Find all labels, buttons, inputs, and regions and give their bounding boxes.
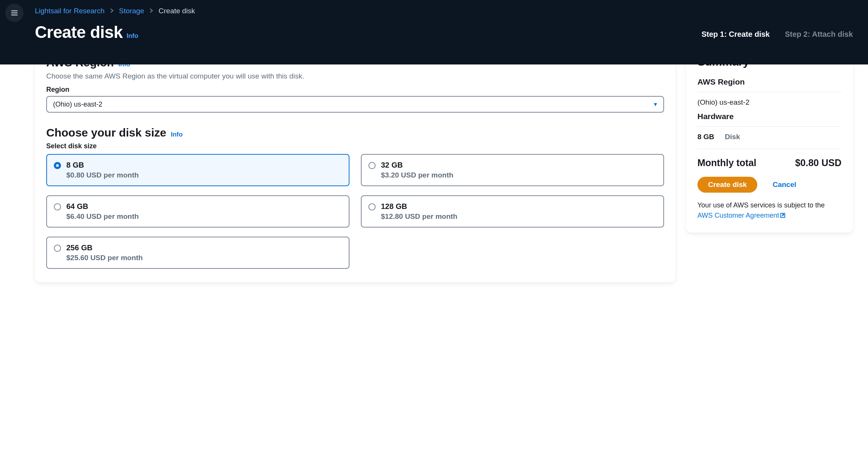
aws-agreement-link[interactable]: AWS Customer Agreement xyxy=(697,212,786,219)
breadcrumb-link-lightsail[interactable]: Lightsail for Research xyxy=(35,7,105,15)
summary-hardware-label: Hardware xyxy=(697,112,841,127)
page-header: Lightsail for Research Storage Create di… xyxy=(0,0,868,64)
disk-option-price: $25.60 USD per month xyxy=(66,254,143,262)
region-description: Choose the same AWS Region as the virtua… xyxy=(46,72,664,80)
external-link-icon xyxy=(780,211,786,221)
info-link[interactable]: Info xyxy=(171,131,183,138)
page-title: Create disk xyxy=(35,23,123,42)
region-selected-value: (Ohio) us-east-2 xyxy=(53,100,102,108)
legal-text: Your use of AWS services is subject to t… xyxy=(697,200,841,221)
breadcrumb: Lightsail for Research Storage Create di… xyxy=(35,5,853,23)
summary-region-label: AWS Region xyxy=(697,77,841,92)
summary-card: Summary AWS Region (Ohio) us-east-2 Hard… xyxy=(686,46,853,233)
disk-option-price: $0.80 USD per month xyxy=(66,171,139,179)
disk-size-heading: Choose your disk size xyxy=(46,126,166,139)
disk-option-price: $3.20 USD per month xyxy=(381,171,453,179)
menu-button[interactable] xyxy=(5,4,24,22)
disk-option[interactable]: 64 GB$6.40 USD per month xyxy=(46,195,349,228)
radio-icon xyxy=(54,162,61,169)
disk-option[interactable]: 128 GB$12.80 USD per month xyxy=(361,195,664,228)
caret-down-icon: ▼ xyxy=(653,101,658,107)
radio-icon xyxy=(368,203,376,210)
disk-option-size: 8 GB xyxy=(66,161,139,170)
breadcrumb-current: Create disk xyxy=(158,7,195,15)
disk-option-size: 256 GB xyxy=(66,243,143,252)
chevron-right-icon xyxy=(149,7,153,15)
region-field-label: Region xyxy=(46,86,664,94)
radio-icon xyxy=(54,245,61,252)
breadcrumb-link-storage[interactable]: Storage xyxy=(119,7,144,15)
disk-size-field-label: Select disk size xyxy=(46,142,664,150)
hamburger-icon xyxy=(10,9,19,17)
disk-option[interactable]: 256 GB$25.60 USD per month xyxy=(46,237,349,269)
monthly-total-value: $0.80 USD xyxy=(795,157,841,168)
region-select[interactable]: (Ohio) us-east-2 xyxy=(46,96,664,113)
wizard-steps: Step 1: Create disk Step 2: Attach disk xyxy=(702,30,853,42)
disk-option[interactable]: 32 GB$3.20 USD per month xyxy=(361,154,664,186)
chevron-right-icon xyxy=(110,7,114,15)
step-2[interactable]: Step 2: Attach disk xyxy=(785,30,853,39)
monthly-total-label: Monthly total xyxy=(697,157,757,168)
legal-prefix: Your use of AWS services is subject to t… xyxy=(697,201,825,209)
summary-hardware-size: 8 GB xyxy=(697,133,714,141)
cancel-link[interactable]: Cancel xyxy=(772,181,796,189)
disk-option-size: 64 GB xyxy=(66,202,139,211)
disk-option-price: $12.80 USD per month xyxy=(381,212,458,221)
step-1[interactable]: Step 1: Create disk xyxy=(702,30,770,39)
disk-option[interactable]: 8 GB$0.80 USD per month xyxy=(46,154,349,186)
create-disk-button[interactable]: Create disk xyxy=(697,177,757,193)
main-form-card: AWS Region Info Choose the same AWS Regi… xyxy=(35,46,675,283)
disk-option-size: 32 GB xyxy=(381,161,453,170)
radio-icon xyxy=(54,203,61,210)
disk-option-price: $6.40 USD per month xyxy=(66,212,139,221)
info-link[interactable]: Info xyxy=(127,32,138,40)
summary-hardware-type: Disk xyxy=(725,133,740,141)
radio-icon xyxy=(368,162,376,169)
disk-option-size: 128 GB xyxy=(381,202,458,211)
disk-size-options: 8 GB$0.80 USD per month32 GB$3.20 USD pe… xyxy=(46,154,664,269)
summary-region-value: (Ohio) us-east-2 xyxy=(697,92,841,112)
